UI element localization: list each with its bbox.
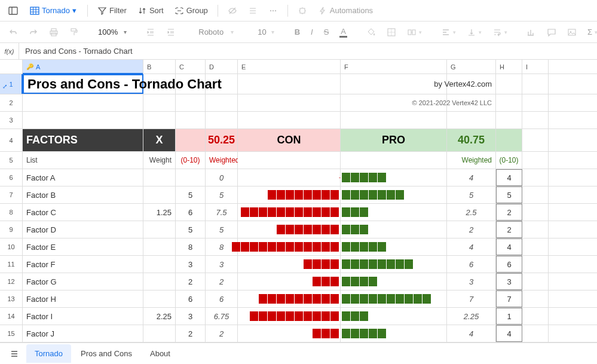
formula-input[interactable]: Pros and Cons - Tornado Chart xyxy=(19,47,597,56)
row-header[interactable]: 15 xyxy=(0,325,23,342)
extension-button[interactable] xyxy=(293,2,312,19)
cell-I[interactable] xyxy=(522,308,549,325)
sidebar-toggle-button[interactable] xyxy=(4,2,23,19)
col-header-F[interactable]: F xyxy=(341,60,447,74)
cell-I[interactable] xyxy=(522,238,549,255)
cell-con-raw[interactable]: 3 xyxy=(176,256,206,273)
cell-pro-weighted[interactable]: 3 xyxy=(447,273,496,290)
valign-button[interactable]: ▾ xyxy=(462,24,486,41)
fill-color-button[interactable] xyxy=(362,24,381,41)
group-button[interactable]: Group xyxy=(170,2,213,19)
row-header[interactable]: 9 xyxy=(0,221,23,238)
row-header[interactable]: 11 xyxy=(0,256,23,273)
cell-factor-name[interactable]: Factor D xyxy=(23,221,143,238)
header-con[interactable]: CON xyxy=(238,129,341,151)
cell-pro-bar[interactable] xyxy=(341,238,447,255)
cell-pro-raw[interactable]: 6 xyxy=(496,256,522,273)
cell-pro-bar[interactable] xyxy=(341,308,447,325)
cell-con-raw[interactable]: 5 xyxy=(176,186,206,203)
cell-factor-name[interactable]: Factor C xyxy=(23,204,143,221)
cell-con-weighted[interactable]: 6 xyxy=(206,290,238,307)
insert-comment-button[interactable] xyxy=(542,24,561,41)
bold-button[interactable]: B xyxy=(290,24,305,40)
cell-con-raw[interactable]: 6 xyxy=(176,290,206,307)
paint-format-button[interactable] xyxy=(65,24,84,41)
cell-pro-weighted[interactable]: 4 xyxy=(447,169,496,186)
cell-con-bar[interactable] xyxy=(238,256,341,273)
sheet-tab-tornado[interactable]: Tornado xyxy=(26,344,71,363)
cell-pro-weighted[interactable]: 2 xyxy=(447,221,496,238)
row-header-5[interactable]: 5 xyxy=(0,152,23,169)
print-button[interactable] xyxy=(44,24,63,41)
sub-list[interactable]: List xyxy=(23,152,143,169)
cell-con-bar[interactable] xyxy=(238,290,341,307)
cell-pro-weighted[interactable]: 6 xyxy=(447,256,496,273)
row-header-4[interactable]: 4 xyxy=(0,129,23,151)
indent-decrease-button[interactable] xyxy=(141,24,160,41)
cell-con-raw[interactable]: 2 xyxy=(176,325,206,342)
cell-pro-bar[interactable] xyxy=(341,325,447,342)
sub-0-10-right[interactable]: (0-10) xyxy=(496,152,522,169)
cell-pro-raw[interactable]: 4 xyxy=(496,169,522,186)
row-header-3[interactable]: 3 xyxy=(0,112,23,129)
cell-pro-weighted[interactable]: 5 xyxy=(447,186,496,203)
cell-pro-raw[interactable]: 7 xyxy=(496,290,522,307)
strike-button[interactable]: S xyxy=(319,24,334,40)
row-header[interactable]: 10 xyxy=(0,238,23,255)
header-pro[interactable]: PRO xyxy=(341,129,447,151)
cell-pro-bar[interactable] xyxy=(341,290,447,307)
cell-I[interactable] xyxy=(522,204,549,221)
cell-con-raw[interactable] xyxy=(176,169,206,186)
col-header-A[interactable]: 🔑A xyxy=(23,60,143,74)
cell-weight-x[interactable] xyxy=(143,238,176,255)
wrap-button[interactable]: ▾ xyxy=(488,24,512,41)
cell-weight-x[interactable]: 1.25 xyxy=(143,204,176,221)
sub-weighted-left[interactable]: Weighted xyxy=(206,152,238,169)
cell-factor-name[interactable]: Factor I xyxy=(23,308,143,325)
col-header-G[interactable]: G xyxy=(447,60,496,74)
functions-button[interactable]: Σ▾ xyxy=(583,24,597,40)
cell-con-bar[interactable] xyxy=(238,273,341,290)
cell-con-raw[interactable]: 5 xyxy=(176,221,206,238)
more-button[interactable] xyxy=(264,2,283,19)
cell-I[interactable] xyxy=(522,325,549,342)
cell-pro-raw[interactable]: 4 xyxy=(496,238,522,255)
zoom-dropdown[interactable]: 100%▾ xyxy=(93,25,131,39)
cell-weight-x[interactable] xyxy=(143,290,176,307)
select-all-corner[interactable] xyxy=(0,60,23,74)
row-header[interactable]: 8 xyxy=(0,204,23,221)
cell-con-weighted[interactable]: 2 xyxy=(206,325,238,342)
view-tab-dropdown[interactable]: Tornado ▾ xyxy=(24,4,82,18)
cell-con-bar[interactable] xyxy=(238,186,341,203)
cell-H1[interactable] xyxy=(496,74,522,94)
cell-H2[interactable] xyxy=(496,94,522,111)
cell-pro-raw[interactable]: 3 xyxy=(496,273,522,290)
cell-pro-raw[interactable]: 4 xyxy=(496,325,522,342)
cell-G2[interactable]: © 2021-2022 Vertex42 LLC xyxy=(447,94,496,111)
cell-F1[interactable] xyxy=(341,74,447,94)
col-header-H[interactable]: H xyxy=(496,60,522,74)
cell-A2[interactable] xyxy=(23,94,143,111)
cell-pro-raw[interactable]: 5 xyxy=(496,186,522,203)
indent-increase-button[interactable] xyxy=(161,24,180,41)
expand-icon[interactable]: ⤢ xyxy=(2,83,11,91)
cell-con-weighted[interactable]: 6.75 xyxy=(206,308,238,325)
row-header-2[interactable]: 2 xyxy=(0,94,23,111)
sheet-tab-proscons[interactable]: Pros and Cons xyxy=(72,344,140,363)
italic-button[interactable]: I xyxy=(306,24,318,40)
col-header-D[interactable]: D xyxy=(206,60,238,74)
row-header[interactable]: 7 xyxy=(0,186,23,203)
cell-A1[interactable]: ⤢ Pros and Cons - Tornado Chart xyxy=(23,74,143,94)
sub-weighted-right[interactable]: Weighted xyxy=(447,152,496,169)
cell-con-weighted[interactable]: 2 xyxy=(206,273,238,290)
borders-button[interactable] xyxy=(382,24,401,41)
cell-weight-x[interactable] xyxy=(143,221,176,238)
automations-button[interactable]: Automations xyxy=(313,2,378,19)
cell-pro-raw[interactable]: 2 xyxy=(496,221,522,238)
cell-pro-bar[interactable] xyxy=(341,169,447,186)
cell-con-bar[interactable] xyxy=(238,238,341,255)
cell-pro-bar[interactable] xyxy=(341,273,447,290)
hide-button[interactable] xyxy=(223,2,242,19)
cell-E2[interactable] xyxy=(238,94,341,111)
cell-factor-name[interactable]: Factor H xyxy=(23,290,143,307)
